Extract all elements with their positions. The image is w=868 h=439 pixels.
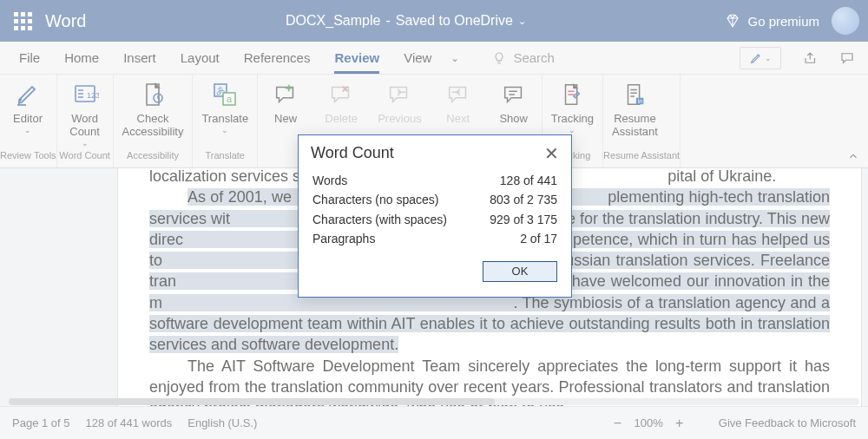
next-button: Next xyxy=(431,80,486,126)
editor-icon xyxy=(13,80,43,109)
save-status: Saved to OneDrive xyxy=(396,13,513,29)
language-status[interactable]: English (U.S.) xyxy=(187,416,257,429)
button-label: Tracking ⌄ xyxy=(551,113,594,134)
resume-assistant-button[interactable]: inResumeAssistant xyxy=(603,80,667,139)
ribbon-group-resume-assistant: inResumeAssistantResume Assistant xyxy=(603,75,681,167)
check-accessibility-button[interactable]: CheckAccessibility xyxy=(114,80,193,139)
svg-text:a: a xyxy=(227,94,233,104)
button-label: WordCount ⌄ xyxy=(69,113,100,147)
word-count-button[interactable]: 123WordCount ⌄ xyxy=(57,80,113,147)
tabs-row: FileHomeInsertLayoutReferencesReviewView… xyxy=(0,42,868,75)
zoom-in-button[interactable]: + xyxy=(672,416,687,431)
go-premium-button[interactable]: Go premium xyxy=(725,13,819,29)
svg-text:in: in xyxy=(638,98,642,104)
dialog-row: Characters (with spaces)929 of 3 175 xyxy=(312,210,557,229)
stat-label: Words xyxy=(312,171,347,190)
doc-name: DOCX_Sample xyxy=(286,13,380,29)
tab-layout[interactable]: Layout xyxy=(168,42,232,74)
comments-button[interactable] xyxy=(833,47,861,69)
tab-review[interactable]: Review xyxy=(322,42,391,74)
app-name: Word xyxy=(45,11,86,31)
dialog-title: Word Count xyxy=(311,144,394,162)
close-icon[interactable]: ✕ xyxy=(544,145,559,162)
button-label: Previous xyxy=(378,113,422,126)
button-label: Show xyxy=(499,113,528,126)
tab-references[interactable]: References xyxy=(232,42,323,74)
dialog-body: Words128 of 441Characters (no spaces)803… xyxy=(299,167,571,252)
button-label: Translate ⌄ xyxy=(201,113,248,134)
ribbon-group-translate: あaTranslate ⌄Translate xyxy=(193,75,258,167)
editing-mode-button[interactable]: ⌄ xyxy=(740,47,781,69)
stat-value: 128 of 441 xyxy=(500,171,557,190)
group-label: Resume Assistant xyxy=(603,150,680,167)
stat-label: Paragraphs xyxy=(312,229,375,248)
ribbon-group-accessibility: CheckAccessibilityAccessibility xyxy=(114,75,194,167)
group-label: Translate xyxy=(193,150,257,167)
group-label: Accessibility xyxy=(114,150,193,167)
word-count-status[interactable]: 128 of 441 words xyxy=(86,416,173,429)
pencil-icon xyxy=(749,51,763,65)
translate-icon: あa xyxy=(210,80,240,109)
dialog-row: Words128 of 441 xyxy=(312,171,557,190)
tracking-button[interactable]: Tracking ⌄ xyxy=(542,80,602,134)
share-button[interactable] xyxy=(797,47,825,69)
stat-label: Characters (no spaces) xyxy=(312,190,439,209)
avatar[interactable] xyxy=(832,7,859,35)
title-bar: Word DOCX_Sample - Saved to OneDrive ⌄ G… xyxy=(0,0,868,42)
tab-file[interactable]: File xyxy=(7,42,52,74)
button-label: Delete xyxy=(325,113,358,126)
zoom-out-button[interactable]: − xyxy=(610,416,626,431)
button-label: Next xyxy=(446,113,470,126)
next-icon xyxy=(444,80,473,109)
previous-button: Previous xyxy=(369,80,431,126)
word-count-icon: 123 xyxy=(70,80,100,109)
editor-button[interactable]: Editor ⌄ xyxy=(0,80,56,134)
group-label: Review Tools xyxy=(0,150,56,167)
tabs-overflow[interactable]: ⌄ xyxy=(444,42,466,74)
status-bar: Page 1 of 5 128 of 441 words English (U.… xyxy=(0,406,868,439)
svg-text:123: 123 xyxy=(87,91,99,100)
collapse-ribbon-button[interactable] xyxy=(847,150,859,162)
ribbon-group-word-count: 123WordCount ⌄Word Count xyxy=(57,75,114,167)
new-icon xyxy=(271,80,300,109)
title-separator: - xyxy=(385,13,390,29)
resume-assistant-icon: in xyxy=(620,80,649,109)
new-button[interactable]: New xyxy=(258,80,313,126)
dialog-row: Characters (no spaces)803 of 2 735 xyxy=(312,190,557,209)
delete-button: Delete xyxy=(313,80,369,126)
stat-value: 2 of 17 xyxy=(520,229,557,248)
document-title[interactable]: DOCX_Sample - Saved to OneDrive ⌄ xyxy=(86,13,725,29)
tab-home[interactable]: Home xyxy=(52,42,111,74)
show-button[interactable]: Show xyxy=(486,80,542,126)
zoom-level[interactable]: 100% xyxy=(635,416,663,429)
diamond-icon xyxy=(725,13,740,29)
search-label: Search xyxy=(513,50,555,65)
chevron-down-icon: ⌄ xyxy=(518,16,526,27)
ok-button[interactable]: OK xyxy=(483,261,557,282)
dialog-row: Paragraphs2 of 17 xyxy=(312,229,557,248)
button-label: CheckAccessibility xyxy=(122,113,184,139)
lightbulb-icon xyxy=(492,51,506,65)
check-accessibility-icon xyxy=(138,80,168,109)
button-label: ResumeAssistant xyxy=(612,113,658,139)
app-launcher-icon[interactable] xyxy=(9,7,36,35)
show-icon xyxy=(499,80,529,109)
tab-view[interactable]: View xyxy=(391,42,444,74)
ribbon-group-review-tools: Editor ⌄Review Tools xyxy=(0,75,57,167)
chevron-down-icon: ⌄ xyxy=(765,54,772,62)
group-label: Word Count xyxy=(57,150,113,167)
feedback-link[interactable]: Give Feedback to Microsoft xyxy=(719,416,856,429)
previous-icon xyxy=(385,80,414,109)
zoom-controls: − 100% + xyxy=(610,416,687,431)
tracking-icon xyxy=(557,80,587,109)
button-label: Editor ⌄ xyxy=(13,113,43,134)
tab-insert[interactable]: Insert xyxy=(111,42,168,74)
button-label: New xyxy=(274,113,297,126)
scrollbar-thumb[interactable] xyxy=(9,398,495,405)
stat-label: Characters (with spaces) xyxy=(312,210,447,229)
page-status[interactable]: Page 1 of 5 xyxy=(12,416,70,429)
search-group[interactable]: Search xyxy=(492,50,555,65)
premium-label: Go premium xyxy=(747,14,819,29)
translate-button[interactable]: あaTranslate ⌄ xyxy=(193,80,257,134)
horizontal-scrollbar[interactable] xyxy=(0,396,868,406)
